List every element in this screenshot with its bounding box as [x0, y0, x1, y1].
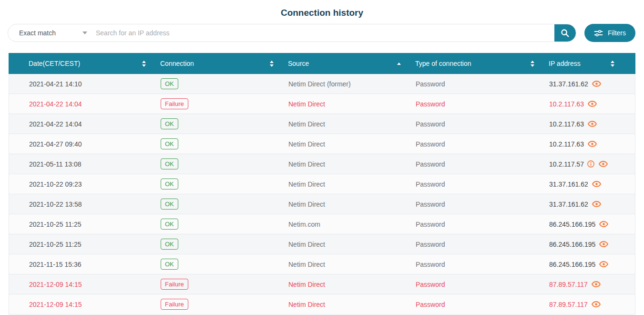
ip-cell: 87.89.57.117: [549, 301, 588, 308]
source-cell: Netim Direct: [281, 241, 408, 248]
chevron-down-icon: [82, 32, 87, 34]
ip-cell: 10.2.117.63: [549, 100, 584, 108]
type-cell: Password: [408, 281, 542, 288]
connection-status-badge: OK: [161, 259, 178, 270]
ip-cell: 31.37.161.62: [549, 200, 588, 208]
page-title: Connection history: [0, 0, 644, 19]
eye-icon[interactable]: [588, 140, 597, 147]
table-row: 2021-04-22 14:04 OK Netim Direct Passwor…: [9, 114, 635, 134]
date-cell: 2021-10-22 13:58: [9, 200, 153, 208]
date-cell: 2021-05-11 13:08: [9, 160, 153, 168]
source-cell: Netim Direct (former): [281, 80, 408, 88]
connection-status-badge: Failure: [161, 299, 188, 310]
column-header-label: Connection: [160, 60, 194, 67]
connection-history-table: Date(CET/CEST) Connection Source Type of…: [9, 53, 635, 315]
ip-cell: 10.2.117.63: [549, 120, 584, 128]
table-row: 2021-12-09 14:15 Failure Netim Direct Pa…: [9, 274, 635, 294]
info-icon[interactable]: [587, 160, 595, 168]
source-cell: Netim Direct: [281, 301, 408, 308]
table-row: 2021-05-11 13:08 OK Netim Direct Passwor…: [9, 154, 635, 174]
table-body: 2021-04-21 14:10 OK Netim Direct (former…: [9, 74, 635, 315]
type-cell: Password: [408, 140, 542, 148]
table-row: 2021-11-15 15:36 OK Netim Direct Passwor…: [9, 254, 635, 274]
ip-cell: 87.89.57.117: [549, 281, 588, 288]
date-cell: 2021-04-27 09:40: [9, 140, 153, 148]
type-cell: Password: [408, 160, 542, 168]
source-cell: Netim.com: [281, 220, 408, 228]
eye-icon[interactable]: [588, 120, 597, 127]
source-cell: Netim Direct: [281, 261, 408, 268]
source-cell: Netim Direct: [281, 200, 408, 208]
date-cell: 2021-10-22 09:23: [9, 180, 153, 188]
column-header-label: Type of connection: [415, 60, 471, 67]
search-bar: Exact match: [8, 24, 576, 42]
eye-icon[interactable]: [599, 261, 608, 268]
date-cell: 2021-12-09 14:15: [9, 301, 153, 308]
filters-button-label: Filters: [608, 29, 626, 37]
column-header-label: Source: [288, 60, 309, 67]
type-cell: Password: [408, 220, 542, 228]
connection-status-badge: OK: [161, 239, 178, 250]
eye-icon[interactable]: [592, 281, 601, 288]
table-row: 2021-10-25 11:25 OK Netim Direct Passwor…: [9, 234, 635, 254]
column-header-connection[interactable]: Connection: [153, 53, 280, 74]
eye-icon[interactable]: [599, 220, 608, 228]
ip-cell: 86.245.166.195: [549, 220, 595, 228]
date-cell: 2021-12-09 14:15: [9, 281, 153, 288]
table-header-row: Date(CET/CEST) Connection Source Type of…: [9, 53, 635, 74]
eye-icon[interactable]: [592, 200, 601, 208]
connection-status-badge: OK: [161, 219, 178, 230]
date-cell: 2021-10-25 11:25: [9, 241, 153, 248]
sliders-icon: [594, 30, 603, 37]
date-cell: 2021-04-21 14:10: [9, 80, 153, 88]
eye-icon[interactable]: [599, 160, 608, 168]
ip-cell: 31.37.161.62: [549, 180, 588, 188]
type-cell: Password: [408, 301, 542, 308]
column-header-source[interactable]: Source: [280, 53, 408, 74]
source-cell: Netim Direct: [281, 140, 408, 148]
type-cell: Password: [408, 80, 542, 88]
type-cell: Password: [408, 241, 542, 248]
sort-icon: [142, 61, 146, 67]
eye-icon[interactable]: [588, 100, 597, 107]
eye-icon[interactable]: [592, 180, 601, 188]
date-cell: 2021-10-25 11:25: [9, 220, 153, 228]
ip-cell: 10.2.117.63: [549, 140, 584, 148]
sort-icon: [270, 61, 274, 67]
eye-icon[interactable]: [599, 241, 608, 248]
search-input[interactable]: [89, 24, 554, 42]
table-row: 2021-04-22 14:04 Failure Netim Direct Pa…: [9, 94, 635, 114]
table-row: 2021-04-27 09:40 OK Netim Direct Passwor…: [9, 134, 635, 154]
type-cell: Password: [408, 120, 542, 128]
table-row: 2021-12-09 14:15 Failure Netim Direct Pa…: [9, 294, 635, 315]
connection-status-badge: OK: [161, 78, 178, 89]
type-cell: Password: [408, 180, 542, 188]
sort-icon: [531, 61, 534, 67]
source-cell: Netim Direct: [281, 120, 408, 128]
column-header-type[interactable]: Type of connection: [408, 53, 541, 74]
connection-status-badge: OK: [161, 178, 178, 189]
source-cell: Netim Direct: [281, 180, 408, 188]
match-type-select[interactable]: Exact match: [8, 24, 89, 42]
eye-icon[interactable]: [592, 80, 601, 87]
date-cell: 2021-04-22 14:04: [9, 100, 153, 108]
table-row: 2021-10-22 13:58 OK Netim Direct Passwor…: [9, 194, 635, 214]
column-header-date[interactable]: Date(CET/CEST): [9, 53, 153, 74]
connection-status-badge: Failure: [161, 279, 188, 290]
type-cell: Password: [408, 200, 542, 208]
type-cell: Password: [408, 100, 542, 108]
search-button[interactable]: [554, 24, 576, 42]
filters-button[interactable]: Filters: [584, 24, 635, 42]
source-cell: Netim Direct: [281, 160, 408, 168]
ip-cell: 86.245.166.195: [549, 261, 595, 268]
column-header-label: Date(CET/CEST): [29, 60, 80, 67]
eye-icon[interactable]: [592, 301, 601, 308]
search-icon: [560, 28, 570, 38]
type-cell: Password: [408, 261, 542, 268]
sort-icon: [397, 63, 401, 65]
match-type-value: Exact match: [19, 29, 56, 37]
table-row: 2021-10-22 09:23 OK Netim Direct Passwor…: [9, 174, 635, 194]
column-header-ip[interactable]: IP address: [541, 53, 635, 74]
ip-cell: 10.2.117.57: [549, 160, 584, 168]
connection-status-badge: OK: [161, 158, 178, 169]
